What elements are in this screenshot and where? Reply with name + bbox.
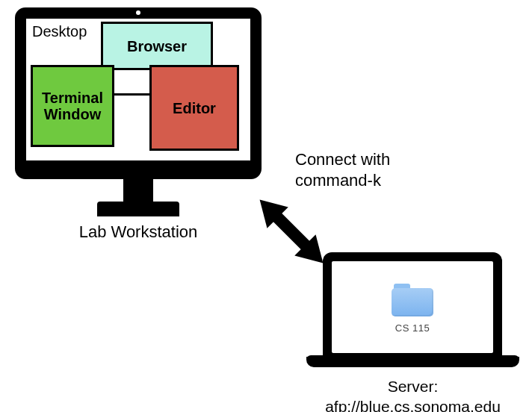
- desktop-label: Desktop: [32, 23, 87, 40]
- server-caption: Server: afp://blue.cs.sonoma.edu: [306, 376, 519, 412]
- server-url: afp://blue.cs.sonoma.edu: [325, 398, 501, 412]
- editor-label: Editor: [173, 100, 216, 116]
- laptop-icon: CS 115: [306, 252, 519, 372]
- folder-label: CS 115: [395, 322, 430, 334]
- monitor-screen: Desktop Browser Terminal Window Editor: [15, 7, 262, 179]
- connect-instruction: Connect with command-k: [295, 149, 390, 190]
- connector-line: [112, 93, 153, 96]
- editor-window: Editor: [149, 65, 239, 151]
- browser-label: Browser: [127, 38, 187, 54]
- monitor-stand-icon: [15, 179, 262, 216]
- workstation-caption: Lab Workstation: [15, 222, 262, 242]
- server-laptop: CS 115 Server: afp://blue.cs.sonoma.edu: [306, 252, 519, 412]
- folder-icon: [392, 284, 433, 316]
- lab-workstation: Desktop Browser Terminal Window Editor L…: [15, 7, 262, 242]
- terminal-label: Terminal Window: [42, 90, 103, 122]
- terminal-window: Terminal Window: [31, 65, 114, 147]
- camera-dot-icon: [136, 10, 140, 15]
- server-caption-label: Server:: [388, 378, 439, 395]
- browser-window: Browser: [101, 22, 213, 70]
- laptop-screen: CS 115: [332, 261, 493, 353]
